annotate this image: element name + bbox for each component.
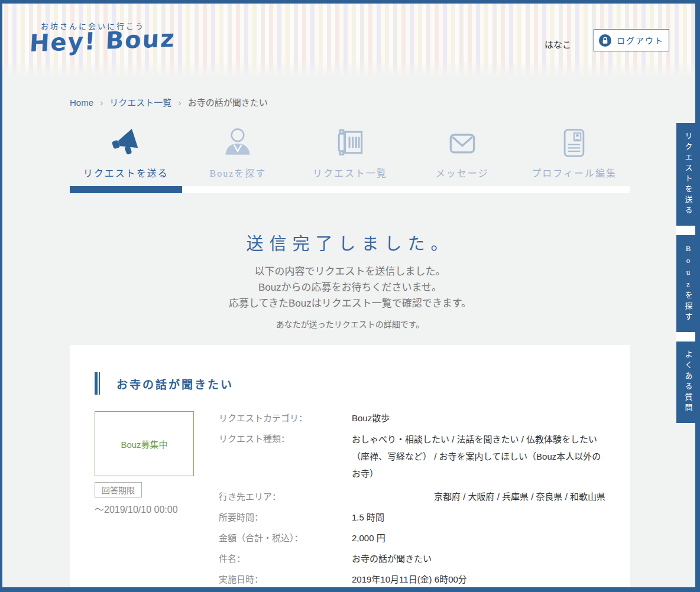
main-content: 送信完了しました。 以下の内容でリクエストを送信しました。 Bouzからの応募を… (0, 230, 700, 592)
profile-document-icon (558, 122, 591, 160)
breadcrumb-home[interactable]: Home (70, 97, 93, 108)
side-tab-label: リクエストを送る (683, 132, 694, 217)
frame-left-border (0, 0, 2, 592)
field-label: 所要時間： (219, 512, 352, 523)
tab-label: リクエスト一覧 (313, 165, 387, 180)
field-label: 金額（合計・税込）： (219, 532, 352, 544)
tab-profile-edit[interactable]: プロフィール編集 (518, 122, 630, 193)
request-status-column: Bouz募集中 回答期限 ～2019/10/10 00:00 (95, 411, 195, 592)
completion-description: 以下の内容でリクエストを送信しました。 Bouzからの応募をお待ちくださいませ。… (0, 264, 700, 311)
envelope-icon (445, 122, 480, 160)
request-detail-card: お寺の話が聞きたい Bouz募集中 回答期限 ～2019/10/10 00:00… (70, 345, 630, 592)
field-row-duration: 所要時間： 1.5 時間 (219, 512, 605, 523)
tab-underline (182, 186, 294, 193)
breadcrumb-request-list[interactable]: リクエスト一覧 (109, 97, 171, 108)
tab-underline (518, 186, 630, 193)
tab-active-underline (70, 186, 182, 193)
side-tab-gap (676, 332, 695, 341)
tab-underline (406, 186, 518, 193)
request-fields: リクエストカテゴリ： Bouz散歩 リクエスト種類： おしゃべり・相談したい /… (219, 411, 605, 592)
lock-icon (599, 34, 611, 47)
field-label: 実施日時： (219, 574, 352, 586)
breadcrumb-separator: › (100, 97, 103, 108)
side-tab-find-bouz[interactable]: Bouzを探す (676, 235, 700, 332)
field-value: お寺の話が聞きたい (352, 553, 605, 565)
field-value: 2019年10月11日(金) 6時00分 (352, 574, 605, 586)
field-row-request-type: リクエスト種類： おしゃべり・相談したい / 法話を聞きたい / 仏教体験をした… (219, 433, 605, 482)
field-value: 京都府 / 大阪府 / 兵庫県 / 奈良県 / 和歌山県 (352, 491, 605, 503)
logout-label: ログアウト (617, 34, 664, 46)
field-row-destination-area: 行き先エリア： 京都府 / 大阪府 / 兵庫県 / 奈良県 / 和歌山県 (219, 491, 605, 503)
field-value: おしゃべり・相談したい / 法話を聞きたい / 仏教体験をしたい（座禅、写経など… (352, 431, 605, 482)
field-row-date: 実施日時： 2019年10月11日(金) 6時00分 (219, 574, 605, 586)
title-accent-bars (95, 372, 100, 395)
main-navigation: リクエストを送る Bouzを探す リクエス (70, 122, 630, 193)
tab-label: メッセージ (436, 165, 489, 180)
deadline-label: 回答期限 (95, 482, 142, 497)
breadcrumb-separator: › (179, 97, 182, 108)
card-title-row: お寺の話が聞きたい (95, 372, 605, 395)
tab-label: リクエストを送る (83, 165, 168, 180)
field-label: 件名： (219, 553, 352, 565)
frame-bottom-border (0, 587, 700, 592)
tab-request-list[interactable]: リクエスト一覧 (294, 122, 406, 193)
field-row-subject: 件名： お寺の話が聞きたい (219, 553, 605, 565)
field-value: 2,000 円 (352, 532, 605, 544)
tab-label: Bouzを探す (210, 165, 267, 180)
field-label: 行き先エリア： (219, 491, 352, 503)
side-tab-send-request[interactable]: リクエストを送る (676, 123, 700, 226)
field-label: リクエスト種類： (219, 433, 352, 482)
megaphone-icon (106, 122, 145, 160)
side-tab-label: よくある質問 (683, 350, 694, 414)
field-row-amount: 金額（合計・税込）： 2,000 円 (219, 532, 605, 544)
breadcrumb-current-page: お寺の話が聞きたい (188, 97, 268, 108)
tab-messages[interactable]: メッセージ (406, 122, 518, 193)
description-line: 以下の内容でリクエストを送信しました。 (0, 264, 700, 279)
monk-icon (220, 122, 255, 160)
description-line: Bouzからの応募をお待ちくださいませ。 (0, 279, 700, 295)
site-logo[interactable]: Hey! Bouz (29, 25, 176, 57)
request-detail-note: あなたが送ったリクエストの詳細です。 (0, 318, 700, 330)
side-tab-label: Bouzを探す (683, 244, 694, 323)
tab-label: プロフィール編集 (532, 165, 617, 180)
side-tab-gap (676, 226, 695, 235)
site-header: お坊さんに会いに行こう Hey! Bouz はなこ ログアウト (0, 4, 700, 76)
breadcrumb: Home › リクエスト一覧 › お寺の話が聞きたい (70, 96, 630, 108)
frame-top-border (0, 0, 700, 4)
page-title: 送信完了しました。 (0, 230, 700, 255)
side-navigation: リクエストを送る Bouzを探す よくある質問 (676, 123, 700, 423)
description-line: 応募してきたBouzはリクエスト一覧で確認できます。 (0, 295, 700, 311)
card-body: Bouz募集中 回答期限 ～2019/10/10 00:00 リクエストカテゴリ… (95, 411, 605, 592)
field-value: Bouz散歩 (352, 412, 605, 424)
tab-find-bouz[interactable]: Bouzを探す (182, 122, 294, 193)
side-tab-faq[interactable]: よくある質問 (676, 341, 700, 423)
field-value: 1.5 時間 (352, 512, 605, 523)
field-label: リクエストカテゴリ： (219, 412, 352, 424)
status-badge: Bouz募集中 (95, 411, 194, 476)
tab-underline (294, 186, 406, 193)
user-name: はなこ (545, 38, 571, 50)
request-title: お寺の話が聞きたい (116, 376, 234, 392)
scroll-list-icon (332, 122, 368, 160)
field-row-category: リクエストカテゴリ： Bouz散歩 (219, 412, 605, 424)
tab-send-request[interactable]: リクエストを送る (70, 122, 182, 193)
logout-button[interactable]: ログアウト (594, 29, 669, 51)
deadline-value: ～2019/10/10 00:00 (95, 502, 195, 516)
